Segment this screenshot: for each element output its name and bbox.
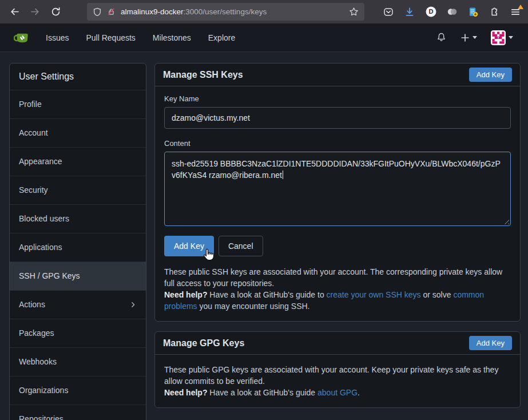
- sidebar-item-account[interactable]: Account: [10, 118, 146, 147]
- url-text: almalinux9-docker:3000/user/settings/key…: [121, 7, 267, 16]
- document-extension-icon[interactable]: [467, 6, 479, 18]
- gpg-keys-panel: Manage GPG Keys Add Key These public GPG…: [154, 331, 521, 408]
- shield-icon[interactable]: [93, 7, 102, 17]
- forward-arrow-icon: [30, 7, 40, 17]
- gitea-navbar: Issues Pull Requests Milestones Explore: [0, 23, 528, 52]
- key-name-label: Key Name: [164, 94, 511, 103]
- text-caret: [283, 171, 284, 179]
- sidebar-item-security[interactable]: Security: [10, 176, 146, 204]
- url-path: :3000/user/settings/keys: [184, 7, 267, 16]
- gpg-panel-body: These public GPG keys are associated wit…: [155, 355, 520, 407]
- cancel-button[interactable]: Cancel: [219, 236, 263, 256]
- resize-handle-icon[interactable]: [503, 218, 509, 224]
- sidebar-item-repositories[interactable]: Repositories: [10, 405, 146, 420]
- content-textarea[interactable]: ssh-ed25519 BBBBC3NzaC1lZDI1NTE5DDDDIDAN…: [164, 152, 511, 226]
- sidebar-item-appearance[interactable]: Appearance: [10, 147, 146, 176]
- content-label: Content: [164, 139, 511, 148]
- bell-icon: [436, 32, 447, 43]
- ssh-panel-header: Manage SSH Keys Add Key: [155, 64, 520, 86]
- user-avatar: [491, 30, 506, 45]
- settings-main: Manage SSH Keys Add Key Key Name Content…: [154, 63, 521, 408]
- link-create-ssh-keys[interactable]: create your own SSH keys: [327, 290, 421, 299]
- screen: { "browser": { "url_host": "almalinux9-d…: [0, 0, 528, 420]
- ssh-description-text: These public SSH keys are associated wit…: [164, 267, 502, 288]
- sidebar-item-actions[interactable]: Actions: [10, 290, 146, 319]
- create-new-button[interactable]: [456, 30, 482, 46]
- add-key-submit-button[interactable]: Add Key: [164, 236, 214, 256]
- menu-hamburger-icon[interactable]: [510, 6, 521, 18]
- ssh-panel-body: Key Name Content ssh-ed25519 BBBBC3NzaC1…: [155, 86, 520, 321]
- bookmark-star-icon[interactable]: [349, 7, 359, 17]
- duckduckgo-extension-icon[interactable]: D: [425, 6, 436, 18]
- content-field: Content ssh-ed25519 BBBBC3NzaC1lZDI1NTE5…: [164, 139, 511, 226]
- gpg-add-key-toggle-button[interactable]: Add Key: [469, 336, 512, 350]
- plus-icon: [460, 33, 470, 42]
- account-extension-icon[interactable]: [446, 6, 458, 18]
- gpg-panel-header: Manage GPG Keys Add Key: [155, 332, 520, 355]
- user-menu-button[interactable]: [486, 27, 518, 49]
- gpg-description: These public GPG keys are associated wit…: [164, 364, 511, 398]
- key-name-field: Key Name: [164, 94, 511, 129]
- settings-sidebar: User Settings Profile Account Appearance…: [9, 63, 146, 420]
- d-letter: D: [428, 8, 433, 15]
- form-buttons: Add Key Cancel: [164, 236, 511, 256]
- gpg-panel-title: Manage GPG Keys: [163, 338, 244, 349]
- notifications-button[interactable]: [431, 29, 451, 46]
- pocket-icon[interactable]: [383, 6, 394, 18]
- nav-explore[interactable]: Explore: [200, 25, 244, 50]
- key-name-input[interactable]: [164, 107, 511, 129]
- sidebar-item-packages[interactable]: Packages: [10, 319, 146, 347]
- need-help-label: Need help?: [164, 388, 207, 397]
- sidebar-item-ssh-gpg-keys[interactable]: SSH / GPG Keys: [10, 261, 146, 290]
- forward-button[interactable]: [26, 3, 43, 21]
- need-help-label: Need help?: [164, 290, 207, 299]
- sidebar-item-organizations[interactable]: Organizations: [10, 376, 146, 405]
- downloads-icon[interactable]: [404, 6, 415, 18]
- ssh-description: These public SSH keys are associated wit…: [164, 266, 511, 312]
- url-host: almalinux9-docker: [121, 7, 184, 16]
- nav-issues[interactable]: Issues: [37, 25, 77, 50]
- ssh-keys-panel: Manage SSH Keys Add Key Key Name Content…: [154, 63, 521, 322]
- ssh-panel-title: Manage SSH Keys: [163, 69, 243, 81]
- sidebar-item-blocked-users[interactable]: Blocked users: [10, 204, 146, 233]
- reload-button[interactable]: [47, 3, 64, 21]
- browser-toolbar: almalinux9-docker:3000/user/settings/key…: [0, 0, 528, 23]
- link-about-gpg[interactable]: about GPG: [317, 388, 358, 397]
- sidebar-item-webhooks[interactable]: Webhooks: [10, 347, 146, 376]
- gpg-description-text: These public GPG keys are associated wit…: [164, 365, 498, 386]
- chevron-down-icon: [473, 36, 477, 39]
- sidebar-item-applications[interactable]: Applications: [10, 233, 146, 261]
- content-text: ssh-ed25519 BBBBC3NzaC1lZDI1NTE5DDDDIDAN…: [172, 159, 501, 180]
- insecure-lock-icon[interactable]: [107, 7, 116, 16]
- chevron-down-icon: [509, 36, 513, 39]
- back-arrow-icon: [10, 7, 19, 17]
- sidebar-title: User Settings: [10, 64, 146, 90]
- ssh-add-key-toggle-button[interactable]: Add Key: [469, 68, 512, 82]
- chevron-right-icon: [129, 301, 137, 308]
- nav-pull-requests[interactable]: Pull Requests: [77, 25, 144, 50]
- nav-milestones[interactable]: Milestones: [144, 25, 200, 50]
- settings-page: User Settings Profile Account Appearance…: [0, 52, 528, 420]
- extensions-puzzle-icon[interactable]: [489, 6, 500, 18]
- reload-icon: [51, 7, 61, 17]
- url-bar[interactable]: almalinux9-docker:3000/user/settings/key…: [87, 3, 364, 21]
- gitea-logo[interactable]: [14, 30, 29, 45]
- sidebar-item-profile[interactable]: Profile: [10, 90, 146, 118]
- update-badge: [518, 5, 523, 9]
- back-button[interactable]: [6, 3, 23, 21]
